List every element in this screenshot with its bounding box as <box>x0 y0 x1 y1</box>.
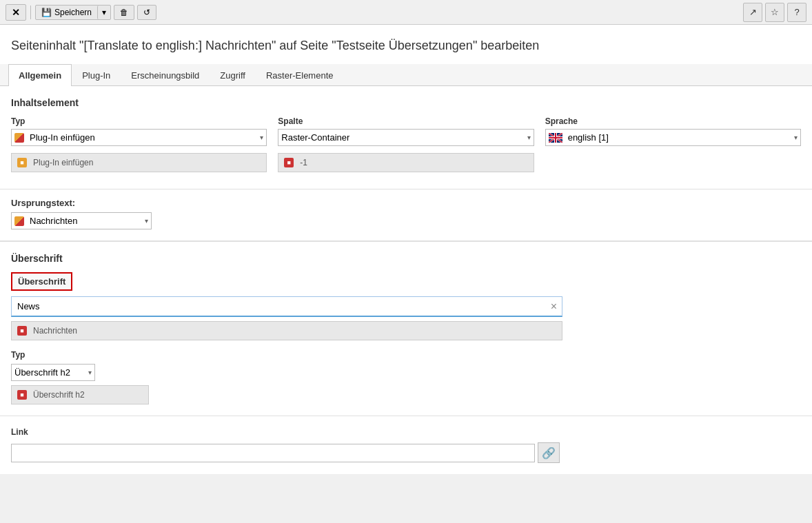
ueberschrift-section-title: Überschrift <box>11 253 801 264</box>
inhaltselement-section: Inhaltselement Typ Plug-In einfügen ▾ ■ … <box>0 86 812 189</box>
ueberschrift-typ-info-bar: ■ Überschrift h2 <box>11 385 149 404</box>
toolbar-right: ↗ ☆ ? <box>743 3 806 22</box>
save-icon: 💾 <box>41 8 52 17</box>
delete-icon: 🗑 <box>120 8 128 17</box>
export-button[interactable]: ↗ <box>743 3 762 22</box>
sprache-select-container: english [1] ▾ <box>545 129 801 146</box>
plugin-color-icon <box>14 133 24 143</box>
delete-button[interactable]: 🗑 <box>114 5 134 20</box>
ursprungstext-section: Ursprungstext: Nachrichten ▾ <box>0 189 812 241</box>
save-label: Speichern <box>54 8 92 17</box>
inhaltselement-grid: Typ Plug-In einfügen ▾ ■ Plug-In einfüge… <box>11 116 801 172</box>
typ-info-icon: ■ <box>17 158 27 167</box>
save-dropdown-icon: ▾ <box>102 8 106 17</box>
sprache-select[interactable]: english [1] <box>565 130 648 145</box>
ueberschrift-typ-group: Typ Überschrift h2 ▾ ■ Überschrift h2 <box>11 350 801 404</box>
link-browse-button[interactable]: 🔗 <box>538 442 560 463</box>
undo-icon: ↺ <box>143 8 150 17</box>
typ-info-bar: ■ Plug-In einfügen <box>11 153 267 172</box>
typ-select-arrow: ▾ <box>260 134 263 141</box>
typ-group: Typ Plug-In einfügen ▾ ■ Plug-In einfüge… <box>11 116 267 172</box>
tab-allgemein[interactable]: Allgemein <box>8 64 72 86</box>
save-dropdown-button[interactable]: ▾ <box>97 6 110 19</box>
ueberschrift-typ-select[interactable]: Überschrift h2 <box>12 365 94 380</box>
tabs: Allgemein Plug-In Erscheinungsbild Zugri… <box>0 64 812 86</box>
tab-raster[interactable]: Raster-Elemente <box>256 64 344 86</box>
help-icon: ? <box>794 7 799 17</box>
star-icon: ☆ <box>771 7 779 17</box>
typ-select-container: Plug-In einfügen ▾ <box>11 129 267 146</box>
main-content: Allgemein Plug-In Erscheinungsbild Zugri… <box>0 64 812 474</box>
flag-icon <box>546 130 565 145</box>
spalte-info-text: -1 <box>300 158 307 167</box>
star-button[interactable]: ☆ <box>765 3 784 22</box>
uk-flag-svg <box>549 133 562 143</box>
ueberschrift-field-label: Überschrift <box>18 276 65 287</box>
page-title: Seiteninhalt "[Translate to english:] Na… <box>0 25 812 64</box>
ueberschrift-info-icon: ■ <box>17 326 27 336</box>
separator-1 <box>30 6 31 19</box>
ueberschrift-typ-info-text: Überschrift h2 <box>33 390 85 400</box>
tab-erscheinungsbild[interactable]: Erscheinungsbild <box>121 64 210 86</box>
ursprungstext-select[interactable]: Nachrichten <box>27 213 151 229</box>
link-label: Link <box>11 427 801 437</box>
sprache-label: Sprache <box>545 116 801 126</box>
ursprungstext-icon <box>12 214 27 229</box>
spalte-select-arrow: ▾ <box>527 134 531 141</box>
help-button[interactable]: ? <box>787 3 806 22</box>
ueberschrift-typ-info-icon: ■ <box>17 390 27 400</box>
typ-icon <box>12 130 27 145</box>
spalte-info-icon: ■ <box>284 158 294 167</box>
tab-plugin[interactable]: Plug-In <box>72 64 121 86</box>
typ-select[interactable]: Plug-In einfügen <box>27 130 110 145</box>
ursprungstext-select-container: Nachrichten ▾ <box>11 212 152 229</box>
ueberschrift-input-wrapper: × <box>11 296 562 317</box>
toolbar: ✕ 💾 Speichern ▾ 🗑 ↺ ↗ ☆ ? <box>0 0 812 25</box>
spalte-group: Spalte Raster-Container ▾ ■ -1 <box>278 116 534 172</box>
ueberschrift-typ-select-container: Überschrift h2 ▾ <box>11 364 95 381</box>
spalte-select-container: Raster-Container ▾ <box>278 129 534 146</box>
ueberschrift-field-label-box: Überschrift <box>11 272 72 291</box>
clear-icon: × <box>551 300 557 312</box>
sprache-group: Sprache <box>545 116 801 172</box>
sprache-select-arrow: ▾ <box>794 134 798 141</box>
link-input[interactable] <box>11 444 535 462</box>
tab-zugriff[interactable]: Zugriff <box>210 64 256 86</box>
link-browse-icon: 🔗 <box>542 447 556 460</box>
svg-rect-8 <box>549 137 562 139</box>
ueberschrift-typ-label: Typ <box>11 350 801 360</box>
typ-label: Typ <box>11 116 267 126</box>
spalte-label: Spalte <box>278 116 534 126</box>
link-input-row: 🔗 <box>11 442 562 463</box>
ueberschrift-info-text: Nachrichten <box>33 326 77 336</box>
inhaltselement-title: Inhaltselement <box>11 97 801 108</box>
typ-info-text: Plug-In einfügen <box>33 158 93 167</box>
export-icon: ↗ <box>749 7 757 17</box>
close-icon: ✕ <box>12 7 20 18</box>
link-section: Link 🔗 <box>0 416 812 474</box>
ueberschrift-clear-button[interactable]: × <box>548 300 560 313</box>
close-button[interactable]: ✕ <box>6 4 26 21</box>
ursprungstext-label: Ursprungstext: <box>11 189 801 208</box>
ueberschrift-input[interactable] <box>11 296 562 317</box>
ueberschrift-section: Überschrift Überschrift × ■ Nachrichten … <box>0 242 812 416</box>
save-button[interactable]: 💾 Speichern <box>36 6 97 19</box>
spalte-select[interactable]: Raster-Container <box>278 130 363 145</box>
undo-button[interactable]: ↺ <box>137 5 156 20</box>
ursprungstext-color-icon <box>14 216 24 226</box>
spalte-info-bar: ■ -1 <box>278 153 534 172</box>
ueberschrift-info-bar: ■ Nachrichten <box>11 321 562 340</box>
